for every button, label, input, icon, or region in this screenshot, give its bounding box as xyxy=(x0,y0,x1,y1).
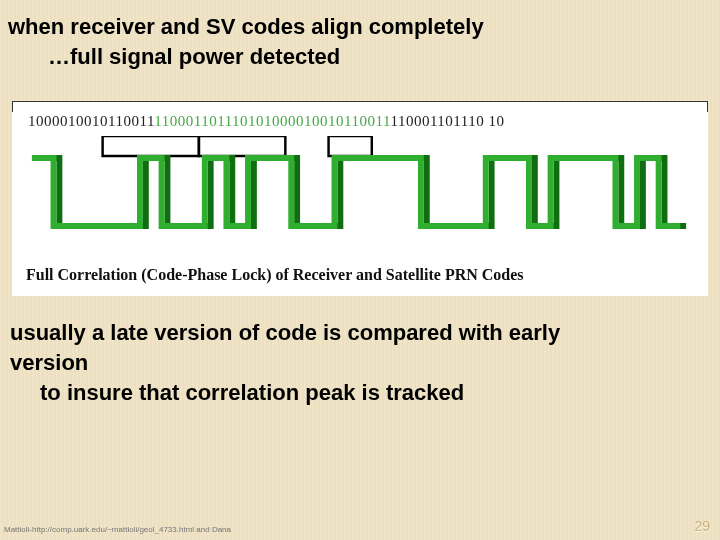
bit-sequence: 1000010010110011110001101110101000010010… xyxy=(18,111,702,130)
title-block: when receiver and SV codes align complet… xyxy=(0,0,720,75)
correlation-figure: 1000010010110011110001101110101000010010… xyxy=(12,101,708,296)
page-number: 29 xyxy=(694,518,710,534)
bits-suffix: 110001101110 10 xyxy=(390,113,504,129)
body-line-3: to insure that correlation peak is track… xyxy=(10,378,464,408)
body-line-1: usually a late version of code is compar… xyxy=(10,318,710,348)
bits-highlight: 110001101110101000010010110011 xyxy=(154,113,390,129)
footer: Mattioli-http://comp.uark.edu/~mattioli/… xyxy=(4,525,710,534)
title-line-1: when receiver and SV codes align complet… xyxy=(8,12,712,42)
bits-prefix: 1000010010110011 xyxy=(28,113,154,129)
figure-caption: Full Correlation (Code-Phase Lock) of Re… xyxy=(18,260,702,288)
svg-rect-1 xyxy=(199,136,285,156)
footer-citation: Mattioli-http://comp.uark.edu/~mattioli/… xyxy=(4,525,231,534)
title-line-2: …full signal power detected xyxy=(8,42,340,72)
svg-rect-2 xyxy=(329,136,372,156)
prn-waveform xyxy=(26,136,694,256)
body-paragraph: usually a late version of code is compar… xyxy=(0,296,720,407)
body-line-2: version xyxy=(10,348,710,378)
svg-rect-0 xyxy=(103,136,199,156)
